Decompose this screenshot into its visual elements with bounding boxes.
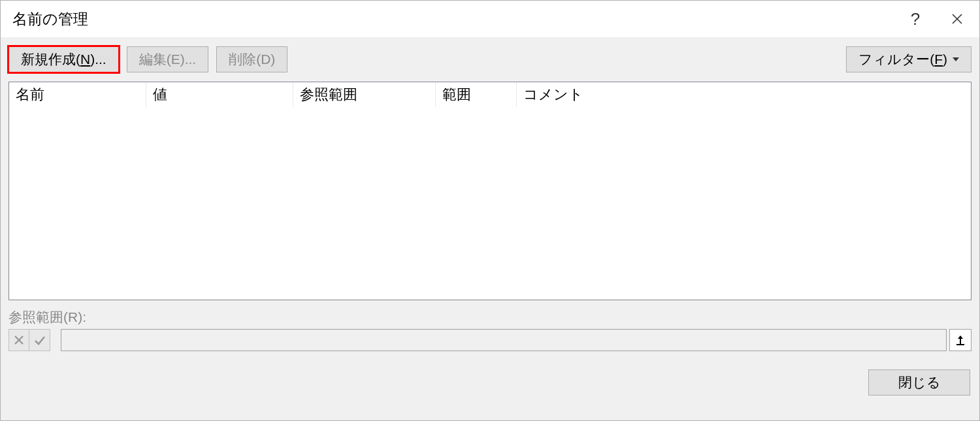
new-button-label-post: )... xyxy=(90,52,106,67)
help-icon: ? xyxy=(911,9,920,29)
dialog-footer: 閉じる xyxy=(1,351,979,403)
new-button-label-pre: 新規作成( xyxy=(21,50,80,69)
collapse-dialog-button[interactable] xyxy=(949,329,972,351)
check-icon xyxy=(33,334,46,346)
close-button[interactable]: 閉じる xyxy=(868,369,970,396)
close-icon xyxy=(951,13,963,25)
help-button[interactable]: ? xyxy=(894,1,936,37)
close-button-label: 閉じる xyxy=(898,373,941,392)
column-header-refersto[interactable]: 参照範囲 xyxy=(293,82,436,107)
filter-button-accel: F xyxy=(934,52,943,67)
edit-button[interactable]: 編集(E)... xyxy=(127,46,209,72)
name-manager-dialog: 名前の管理 ? 新規作成(N)... 編集(E)... 削除(D) フィルター(… xyxy=(0,0,980,421)
toolbar: 新規作成(N)... 編集(E)... 削除(D) フィルター(F) xyxy=(1,37,979,78)
collapse-icon xyxy=(955,334,966,346)
column-header-value[interactable]: 値 xyxy=(146,82,293,107)
new-button[interactable]: 新規作成(N)... xyxy=(8,46,119,72)
filter-button-label-pre: フィルター( xyxy=(858,50,934,69)
filter-button-label-post: ) xyxy=(943,52,947,67)
list-header: 名前 値 参照範囲 範囲 コメント xyxy=(9,82,971,107)
filter-button[interactable]: フィルター(F) xyxy=(846,46,972,72)
column-header-name[interactable]: 名前 xyxy=(9,82,146,107)
column-header-scope[interactable]: 範囲 xyxy=(436,82,517,107)
delete-button[interactable]: 削除(D) xyxy=(216,46,287,72)
edit-button-label: 編集(E)... xyxy=(139,50,197,69)
accept-edit-button[interactable] xyxy=(29,329,50,351)
cancel-edit-button[interactable] xyxy=(8,329,29,351)
refersto-row xyxy=(8,329,972,351)
chevron-down-icon xyxy=(953,57,959,61)
close-window-button[interactable] xyxy=(936,1,978,37)
refersto-input[interactable] xyxy=(61,329,947,351)
x-icon xyxy=(13,334,25,346)
refersto-section: 参照範囲(R): xyxy=(1,305,979,351)
svg-marker-5 xyxy=(958,335,963,339)
dialog-title: 名前の管理 xyxy=(12,9,894,29)
column-header-comment[interactable]: コメント xyxy=(517,82,654,107)
titlebar: 名前の管理 ? xyxy=(1,1,979,37)
delete-button-label: 削除(D) xyxy=(229,50,275,69)
refersto-label: 参照範囲(R): xyxy=(8,308,972,326)
names-list[interactable]: 名前 値 参照範囲 範囲 コメント xyxy=(8,82,972,300)
new-button-accel: N xyxy=(80,52,90,67)
